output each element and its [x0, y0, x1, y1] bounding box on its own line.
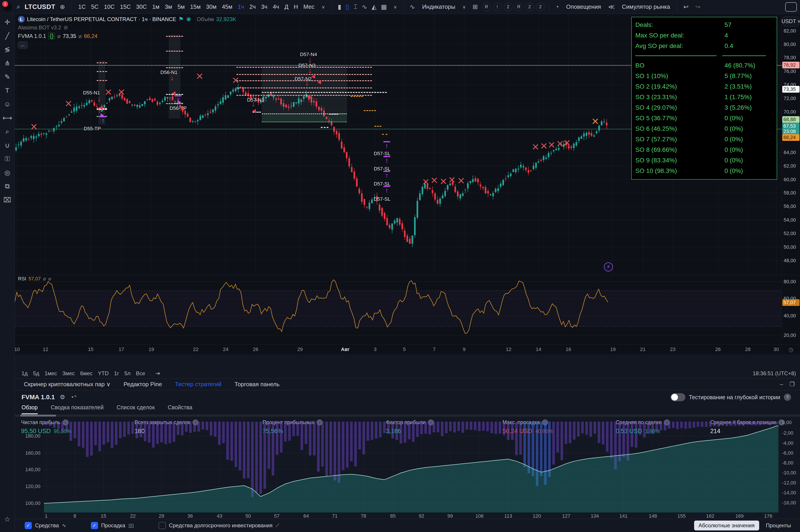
time-label[interactable]: 28 — [745, 346, 750, 353]
time-label[interactable]: 16 — [566, 346, 571, 353]
chart-type-caret-icon[interactable]: ∨ — [392, 3, 399, 11]
subtab-Список сделок[interactable]: Список сделок — [117, 404, 155, 413]
time-label[interactable]: 17 — [119, 346, 124, 353]
symbol-button[interactable]: LTCUSDT — [25, 3, 55, 11]
emoji-icon[interactable]: ☺ — [2, 100, 13, 109]
price-pane[interactable]: ↓↓↓↓↓↓↑↑↑↑↑↑✕✕✕✕✕✕✕✕✕✕✕✕✕✕✕✕✕D55-N1D55-T… — [15, 14, 782, 275]
time-label[interactable]: 10 — [14, 346, 20, 353]
text-icon[interactable]: T — [2, 86, 13, 95]
template-button-1[interactable]: ! — [493, 3, 502, 11]
range-3мес[interactable]: 3мес — [60, 369, 77, 378]
template-button-0[interactable]: R — [482, 3, 491, 11]
time-label[interactable]: 12 — [43, 346, 48, 353]
range-YTD[interactable]: YTD — [95, 369, 111, 378]
favorites-star-icon[interactable]: ☆ — [2, 514, 13, 524]
interval-3м[interactable]: 3м — [162, 2, 175, 12]
time-label[interactable]: 12 — [506, 346, 511, 353]
quick-trade-icon[interactable]: ⚡ — [604, 262, 613, 271]
interval-4ч[interactable]: 4ч — [270, 2, 282, 12]
interval-caret-icon[interactable]: ∨ — [320, 3, 327, 11]
time-label[interactable]: 23 — [670, 346, 675, 353]
trend-line-icon[interactable]: ╱ — [2, 31, 13, 40]
hide-icon[interactable]: ◎ — [2, 168, 13, 177]
trash-icon[interactable]: ⌧ — [2, 195, 13, 204]
time-label[interactable]: 26 — [715, 346, 721, 353]
rsi-pane[interactable]: RSI 57,07 ⌀ ⌀ — [15, 275, 782, 344]
chart-style-icon-2[interactable]: ⌶ — [351, 2, 360, 12]
equity-plot[interactable] — [44, 422, 779, 512]
time-label[interactable]: 29 — [297, 346, 303, 353]
replay-button[interactable]: Симулятор рынка — [619, 2, 673, 12]
time-label[interactable]: 19 — [610, 346, 615, 353]
indicators-button[interactable]: Индикаторы — [420, 2, 458, 12]
time-axis[interactable]: 101215171922242629Авг3579121416192123262… — [15, 344, 782, 354]
indicators-caret-icon[interactable]: ∨ — [460, 3, 468, 11]
tester-strategy-name[interactable]: FVMA 1.0.1 — [21, 394, 55, 401]
help-icon[interactable]: ? — [784, 394, 791, 401]
user-avatar[interactable]: 1 — [3, 2, 12, 12]
tab-Редактор Pine[interactable]: Редактор Pine — [123, 381, 162, 388]
search-icon[interactable]: ⌕ — [14, 2, 22, 12]
alert-clock-icon[interactable]: ◔ — [553, 2, 561, 12]
alerts-button[interactable]: Оповещения — [563, 2, 604, 12]
time-label[interactable]: 24 — [223, 346, 228, 353]
flag-icon[interactable]: ⚑ — [178, 16, 184, 23]
range-6мес[interactable]: 6мес — [77, 369, 95, 378]
interval-30м[interactable]: 30м — [203, 2, 219, 12]
compare-add-icon[interactable]: ⊕ — [57, 2, 67, 12]
template-button-4[interactable]: 2 — [526, 3, 534, 11]
tab-Скринер криптовалютных пар[interactable]: Скринер криптовалютных пар ∨ — [24, 381, 111, 388]
interval-1ч[interactable]: 1ч — [235, 2, 247, 12]
chart-style-icon-1[interactable]: ▯ — [343, 2, 351, 12]
currency-dropdown[interactable]: USDT∨ — [783, 16, 799, 26]
price-axis[interactable]: USDT∨ 82,0080,0078,0076,0074,0072,0070,0… — [782, 14, 800, 354]
minimize-icon[interactable]: – — [780, 381, 783, 388]
session-clock[interactable]: 18:36:51 (UTC+8) — [753, 370, 796, 377]
chart-style-icon-3[interactable]: ∿ — [360, 2, 369, 12]
range-1мес[interactable]: 1мес — [42, 369, 60, 378]
interval-Мес[interactable]: Мес — [301, 2, 317, 12]
subtab-Свойства[interactable]: Свойства — [168, 404, 192, 413]
range-5д[interactable]: 5д — [30, 369, 42, 378]
time-label[interactable]: 7 — [433, 346, 436, 353]
measure-icon[interactable]: ⟷ — [2, 113, 13, 122]
replay-icon[interactable]: ≪ — [606, 2, 617, 12]
tab-Торговая панель[interactable]: Торговая панель — [234, 381, 280, 388]
interval-5С[interactable]: 5С — [89, 2, 101, 12]
chart-style-icon-5[interactable]: ▦ — [379, 2, 389, 12]
expand-icon[interactable]: ❐ — [789, 381, 795, 388]
interval-Н[interactable]: Н — [291, 2, 301, 12]
eye-hidden-icon[interactable]: ⊘ — [63, 24, 68, 31]
magnet-icon[interactable]: ∪ — [2, 140, 13, 150]
range-Все[interactable]: Все — [133, 369, 148, 378]
symbol-title[interactable]: Litecoin / TetherUS PERPETUAL CONTRACT ·… — [27, 16, 176, 22]
time-label[interactable]: 30 — [774, 346, 779, 353]
brush-icon[interactable]: ✎ — [2, 72, 13, 81]
time-label[interactable]: Авг — [341, 346, 350, 353]
range-1г[interactable]: 1г — [111, 369, 121, 378]
link-icon[interactable]: ⧉ — [2, 182, 13, 191]
alert-plus-icon[interactable]: ◔⁺ — [70, 394, 77, 401]
time-label[interactable]: 21 — [640, 346, 645, 353]
template-button-5[interactable]: 2 — [536, 3, 545, 11]
interval-10С[interactable]: 10С — [101, 2, 117, 12]
chart-style-icon-4[interactable]: ◭ — [369, 2, 379, 12]
indicators-icon[interactable]: ∿ — [407, 2, 417, 12]
time-label[interactable]: 5 — [403, 346, 406, 353]
interval-15м[interactable]: 15м — [187, 2, 203, 12]
time-label[interactable]: 15 — [88, 346, 93, 353]
time-label[interactable]: 3 — [374, 346, 377, 353]
lock-icon[interactable]: ⚿ — [2, 154, 13, 163]
range-5л[interactable]: 5л — [121, 369, 133, 378]
interval-5м[interactable]: 5м — [175, 2, 187, 12]
button-Абсолютные значения[interactable]: Абсолютные значения — [694, 520, 759, 530]
deep-history-toggle[interactable] — [670, 393, 685, 401]
collapse-pane-button[interactable]: ︿ — [18, 41, 28, 49]
redo-icon[interactable]: ↪ — [693, 2, 703, 12]
fib-retracement-icon[interactable]: ≶ — [2, 45, 13, 54]
pattern-icon[interactable]: ⋔ — [2, 59, 13, 68]
interval-30С[interactable]: 30С — [133, 2, 150, 12]
time-label[interactable]: 26 — [253, 346, 258, 353]
interval-45м[interactable]: 45м — [219, 2, 235, 12]
interval-2ч[interactable]: 2ч — [247, 2, 259, 12]
